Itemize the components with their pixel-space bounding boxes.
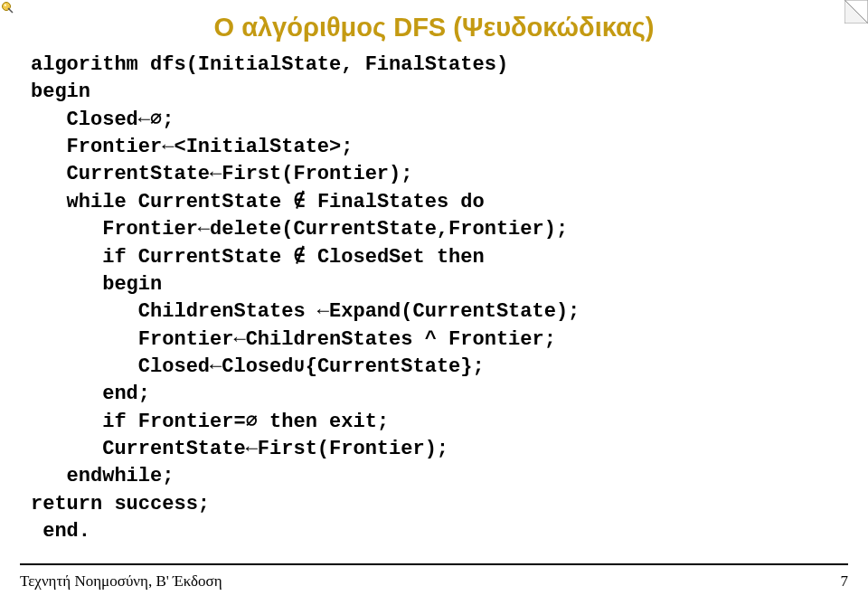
svg-line-2 [8, 8, 13, 13]
pushpin-icon [0, 0, 16, 16]
code-line: algorithm dfs(InitialState, FinalStates) [31, 53, 508, 76]
code-line: Closed←∅; [31, 109, 174, 131]
code-line: end; [31, 383, 150, 405]
slide-title: Ο αλγόριθμος DFS (Ψευδοκώδικας) [20, 13, 848, 43]
code-line: CurrentState←First(Frontier); [31, 163, 412, 185]
code-line: if CurrentState ∉ ClosedSet then [31, 246, 485, 269]
code-line: return success; [31, 493, 210, 515]
slide-page: Ο αλγόριθμος DFS (Ψευδοκώδικας) algorith… [0, 0, 868, 605]
code-line: endwhile; [31, 465, 174, 487]
code-line: while CurrentState ∉ FinalStates do [31, 191, 485, 213]
svg-point-1 [5, 5, 7, 7]
code-line: Closed←Closed∪{CurrentState}; [31, 355, 485, 378]
code-line: if Frontier=∅ then exit; [31, 411, 389, 433]
content-area: Ο αλγόριθμος DFS (Ψευδοκώδικας) algorith… [20, 13, 848, 565]
code-line: begin [31, 80, 90, 103]
page-number: 7 [841, 572, 849, 591]
code-line: begin [31, 273, 162, 296]
footer-left-text: Τεχνητή Νοημοσύνη, B' Έκδοση [20, 572, 222, 591]
code-line: Frontier←ChildrenStates ^ Frontier; [31, 328, 556, 351]
pseudocode-block: algorithm dfs(InitialState, FinalStates)… [20, 52, 848, 545]
code-line: Frontier←<InitialState>; [31, 136, 353, 158]
code-line: Frontier←delete(CurrentState,Frontier); [31, 218, 568, 241]
footer: Τεχνητή Νοημοσύνη, B' Έκδοση 7 [20, 572, 848, 591]
code-line: end. [31, 520, 90, 543]
code-line: ChildrenStates ←Expand(CurrentState); [31, 300, 580, 323]
code-line: CurrentState←First(Frontier); [31, 438, 448, 460]
